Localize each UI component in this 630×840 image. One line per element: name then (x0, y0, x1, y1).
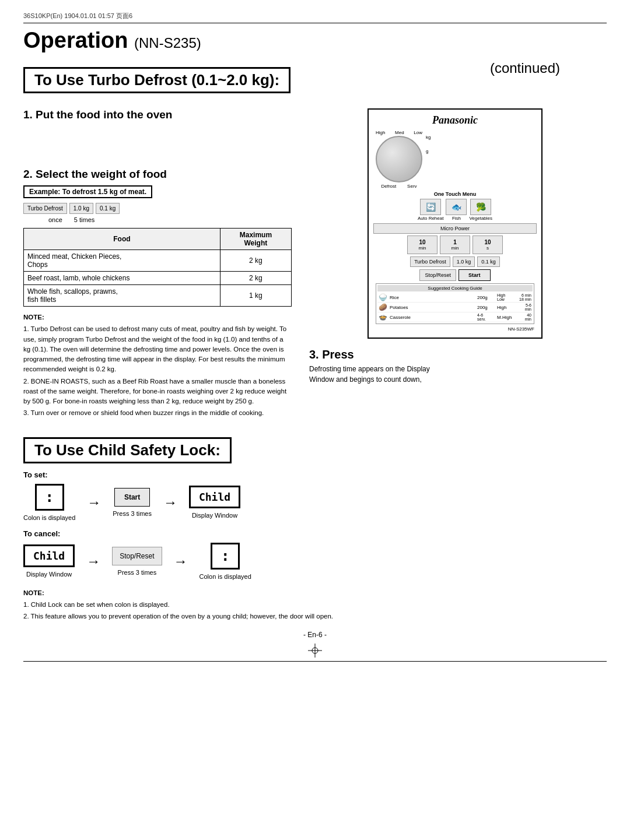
btn-1min[interactable]: 1 min (440, 236, 470, 254)
table-row: Minced meat, Chicken Pieces, Chops 2 kg (24, 250, 292, 272)
bottom-border (23, 661, 607, 662)
child-note-1: 1. Child Lock can be set when colon is d… (23, 601, 170, 608)
auto-reheat-btn[interactable]: 🔄 (420, 199, 441, 215)
one-touch-row: 🔄 Auto Reheat 🐟 Fish 🥦 Vegetables (373, 199, 537, 221)
child-cancel-item-colon: : Colon is displayed (200, 543, 251, 580)
note-item-3: 3. Turn over or remove or shield food wh… (23, 409, 264, 416)
header-meta-text: 36S10KP(En) 1904.01.01 01:57 页面6 (23, 12, 132, 20)
title-operation: Operation (23, 28, 128, 52)
arrow-right-2: → (163, 494, 177, 511)
colon-display-box: : (35, 484, 64, 511)
note-item-1: 1. Turbo Defrost can be used to defrost … (23, 325, 286, 372)
child-cancel-item-stop: Stop/Reset Press 3 times (112, 547, 162, 576)
step2-heading: 2. Select the weight of food (23, 168, 292, 181)
step1-area: 1. Put the food into the oven (23, 108, 292, 121)
1kg-btn-mini[interactable]: 1.0 kg (69, 203, 93, 214)
child-cancel-demo: Child Display Window → Stop/Reset Press … (23, 543, 607, 580)
notes-title: NOTE: (23, 312, 292, 322)
five-times-label: 5 times (74, 216, 94, 223)
table-row: Whole fish, scallops, prawns, fish fille… (24, 285, 292, 307)
fish-btn[interactable]: 🐟 (446, 199, 467, 215)
child-set-demo: : Colon is displayed → Start Press 3 tim… (23, 484, 607, 521)
page-number: - En-6 - (23, 631, 607, 639)
child-set-item-display: Child Display Window (189, 486, 240, 519)
turbo-defrost-row: Turbo Defrost 1.0 kg 0.1 kg (373, 256, 537, 267)
panasonic-logo: Panasonic (373, 114, 537, 126)
once-label: once (48, 216, 62, 223)
title-model: (NN-S235) (134, 35, 201, 51)
arrow-right-3: → (86, 553, 100, 570)
child-notes: NOTE: 1. Child Lock can be set when colo… (23, 588, 607, 622)
arrow-right-1: → (87, 494, 101, 511)
child-section-heading: To Use Child Safety Lock: (23, 437, 232, 463)
stop-start-row: Stop/Reset Start (373, 269, 537, 281)
weight-col-header: Maximum Weight (220, 229, 291, 250)
food-table: Food Maximum Weight Minced meat, Chicken… (23, 228, 292, 307)
start-btn[interactable]: Start (459, 269, 491, 281)
cooking-guide: Suggested Cooking Guide 🍚 Rice 200g High… (376, 283, 534, 324)
turbo-notes: NOTE: 1. Turbo Defrost can be used to de… (23, 312, 292, 419)
micro-power-btn[interactable]: Micro Power (373, 223, 537, 234)
food-col-header: Food (24, 229, 220, 250)
step1-heading: 1. Put the food into the oven (23, 108, 292, 121)
child-display-box-set: Child (189, 486, 240, 508)
step2-area: 2. Select the weight of food Example: To… (23, 168, 292, 307)
press-times-area: Turbo Defrost 1.0 kg 0.1 kg once 5 times (23, 203, 292, 223)
model-number: NN-S235WF (373, 325, 537, 333)
step3-desc2: Window and begings to count down, (309, 374, 607, 385)
turbo-defrost-btn-mini[interactable]: Turbo Defrost (23, 203, 67, 214)
btn-01kg[interactable]: 0.1 kg (477, 256, 500, 267)
01kg-btn-mini[interactable]: 0.1 kg (96, 203, 120, 214)
example-box: Example: To defrost 1.5 kg of meat. (23, 185, 152, 198)
table-row: Beef roast, lamb, whole chickens 2 kg (24, 272, 292, 285)
title-continued: (continued) (490, 60, 560, 76)
colon-display-cancel: : (211, 543, 240, 570)
btn-10s[interactable]: 10 s (473, 236, 503, 254)
step3-label: 3. Press (309, 348, 607, 361)
power-dial[interactable] (376, 136, 422, 182)
right-col: Panasonic HighMedLow DefrostServ kg g (303, 108, 607, 427)
turbo-section-heading: To Use Turbo Defrost (0.1~2.0 kg): (23, 67, 290, 93)
child-notes-title: NOTE: (23, 588, 607, 598)
step3-area: 3. Press Defrosting time appears on the … (303, 348, 607, 385)
num-buttons-row: 10 min 1 min 10 s (373, 236, 537, 254)
guide-row-potatoes: 🥔 Potatoes 200g High 5-6 min (377, 303, 533, 312)
note-item-2: 2. BONE-IN ROASTS, such as a Beef Rib Ro… (23, 378, 286, 405)
cooking-guide-title: Suggested Cooking Guide (377, 285, 533, 291)
child-set-item-start: Start Press 3 times (113, 488, 152, 517)
guide-row-casserole: 🍲 Casserole 4-6 serv. M.High 40 min (377, 312, 533, 322)
child-display-box-cancel: Child (23, 544, 75, 567)
arrow-right-4: → (174, 553, 188, 570)
btn-10min[interactable]: 10 min (407, 236, 438, 254)
stop-reset-btn[interactable]: Stop/Reset (419, 269, 456, 281)
child-cancel-item-display: Child Display Window (23, 544, 75, 578)
vegetables-btn[interactable]: 🥦 (470, 199, 491, 215)
bottom-crosshair (23, 644, 607, 658)
child-note-2: 2. This feature allows you to prevent op… (23, 613, 333, 620)
microwave-panel: Panasonic HighMedLow DefrostServ kg g (368, 108, 542, 339)
header-meta: 36S10KP(En) 1904.01.01 01:57 页面6 (23, 12, 607, 23)
turbo-defrost-btn[interactable]: Turbo Defrost (410, 256, 450, 267)
start-btn-child[interactable]: Start (114, 488, 150, 507)
to-cancel-label: To cancel: (23, 529, 607, 538)
guide-row-rice: 🍚 Rice 200g High Low 6 min 18 min (377, 293, 533, 303)
child-set-item-colon: : Colon is displayed (23, 484, 75, 521)
one-touch-label: One Touch Menu (373, 191, 537, 197)
btn-1kg[interactable]: 1.0 kg (453, 256, 475, 267)
stop-btn-child[interactable]: Stop/Reset (112, 547, 162, 565)
main-title: Operation (NN-S235) (23, 28, 201, 52)
to-set-label: To set: (23, 470, 607, 479)
step3-desc1: Defrosting time appears on the Display (309, 364, 607, 374)
